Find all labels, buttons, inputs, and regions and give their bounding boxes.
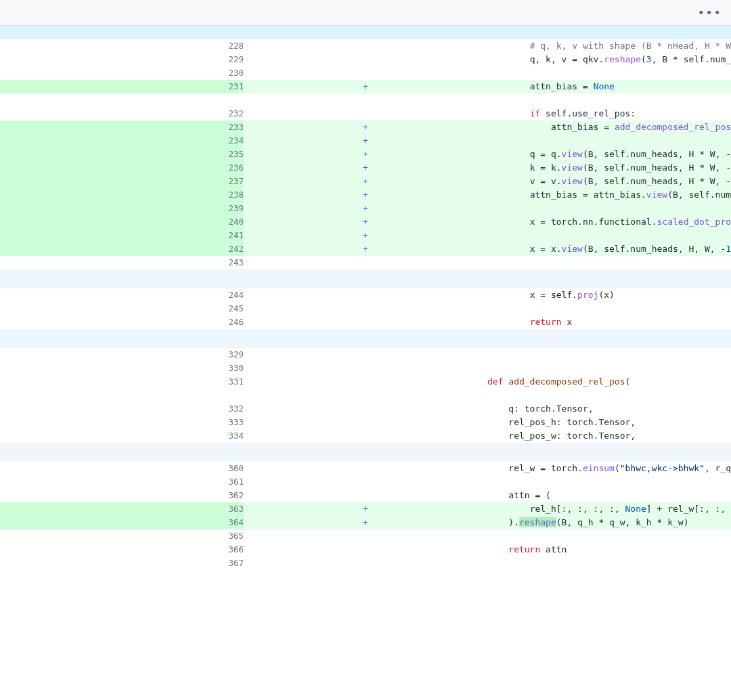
diff-line: 238+ attn_bias = attn_bias.view(B, self.… (0, 188, 731, 202)
diff-marker (244, 489, 487, 502)
line-number[interactable]: 234 (0, 134, 244, 148)
line-number[interactable]: 241 (0, 229, 244, 242)
code-content (487, 256, 731, 269)
diff-marker (244, 556, 487, 570)
diff-marker (244, 107, 487, 121)
line-number[interactable]: 360 (0, 462, 244, 475)
code-content: attn_bias = attn_bias.view(B, self.num_h… (487, 188, 731, 202)
diff-marker (244, 39, 487, 53)
diff-marker (244, 348, 487, 362)
code-content (487, 348, 731, 362)
diff-line: 365 (0, 529, 731, 543)
diff-line: 230 (0, 66, 731, 80)
diff-line: 245 (0, 302, 731, 315)
diff-table: 228 # q, k, v with shape (B * nHead, H *… (0, 26, 731, 570)
diff-container: ••• 228 # q, k, v with shape (B * nHead,… (0, 0, 731, 570)
diff-line: 239+ (0, 202, 731, 215)
diff-line: 363+ rel_h[:, :, :, :, None] + rel_w[:, … (0, 502, 731, 516)
line-number[interactable]: 231 (0, 80, 244, 93)
line-number[interactable]: 367 (0, 556, 244, 570)
diff-marker (244, 462, 487, 475)
diff-marker (244, 256, 487, 269)
diff-line: 332 q: torch.Tensor, (0, 402, 731, 416)
line-number[interactable]: 229 (0, 53, 244, 66)
code-content: attn_bias = None (487, 80, 731, 93)
code-content: attn = ( (487, 489, 731, 502)
diff-line: 360 rel_w = torch.einsum("bhwc,wkc->bhwk… (0, 462, 731, 475)
line-number[interactable]: 362 (0, 489, 244, 502)
line-number[interactable]: 238 (0, 188, 244, 202)
line-number[interactable]: 236 (0, 161, 244, 175)
line-number[interactable]: 361 (0, 475, 244, 489)
line-number[interactable]: 330 (0, 362, 244, 375)
diff-line: 231+ attn_bias = None (0, 80, 731, 93)
diff-line: 333 rel_pos_h: torch.Tensor, (0, 416, 731, 429)
diff-marker: + (244, 202, 487, 215)
line-number[interactable]: 245 (0, 302, 244, 315)
code-content: return x (487, 315, 731, 329)
code-content: rel_w = torch.einsum("bhwc,wkc->bhwk", r… (487, 462, 731, 475)
diff-marker: + (244, 516, 487, 529)
expand-hunk[interactable] (0, 269, 731, 288)
code-content: rel_pos_w: torch.Tensor, (487, 429, 731, 443)
diff-line: 233+ attn_bias = add_decomposed_rel_pos(… (0, 121, 731, 134)
file-header: ••• (0, 0, 731, 26)
line-number[interactable]: 366 (0, 543, 244, 556)
diff-marker (244, 475, 487, 489)
code-content: q, k, v = qkv.reshape(3, B * self.num_he… (487, 53, 731, 66)
code-content: attn_bias = add_decomposed_rel_pos(q, se… (487, 121, 731, 134)
line-number[interactable]: 233 (0, 121, 244, 134)
line-number[interactable]: 242 (0, 242, 244, 256)
line-number[interactable]: 331 (0, 375, 244, 389)
code-content (487, 134, 731, 148)
line-number[interactable]: 243 (0, 256, 244, 269)
hunk-header (0, 93, 731, 107)
diff-line: 240+ x = torch.nn.functional.scaled_dot_… (0, 215, 731, 229)
diff-marker: + (244, 215, 487, 229)
line-number[interactable]: 364 (0, 516, 244, 529)
line-number[interactable]: 240 (0, 215, 244, 229)
diff-line: 242+ x = x.view(B, self.num_heads, H, W,… (0, 242, 731, 256)
diff-line: 244 x = self.proj(x) (0, 288, 731, 302)
code-content: x = torch.nn.functional.scaled_dot_produ… (487, 215, 731, 229)
diff-line: 241+ (0, 229, 731, 242)
diff-line: 229 q, k, v = qkv.reshape(3, B * self.nu… (0, 53, 731, 66)
code-content (487, 302, 731, 315)
diff-line (0, 329, 731, 348)
line-number[interactable]: 363 (0, 502, 244, 516)
code-content: x = self.proj(x) (487, 288, 731, 302)
diff-line: 235+ q = q.view(B, self.num_heads, H * W… (0, 148, 731, 161)
diff-line: 361 (0, 475, 731, 489)
diff-line: 243 (0, 256, 731, 269)
line-number[interactable]: 329 (0, 348, 244, 362)
line-number[interactable]: 333 (0, 416, 244, 429)
line-number[interactable]: 228 (0, 39, 244, 53)
line-number[interactable]: 239 (0, 202, 244, 215)
line-number[interactable]: 246 (0, 315, 244, 329)
code-content: return attn (487, 543, 731, 556)
expand-hunk[interactable] (0, 443, 731, 462)
diff-marker (244, 362, 487, 375)
code-content (487, 202, 731, 215)
code-content (487, 362, 731, 375)
line-number[interactable]: 244 (0, 288, 244, 302)
diff-marker (244, 66, 487, 80)
code-content: def add_decomposed_rel_pos( (487, 375, 731, 389)
diff-marker (244, 288, 487, 302)
line-number[interactable]: 332 (0, 402, 244, 416)
line-number[interactable]: 365 (0, 529, 244, 543)
diff-line: 329 (0, 348, 731, 362)
line-number[interactable]: 237 (0, 175, 244, 188)
diff-line: 367 (0, 556, 731, 570)
expand-hunk[interactable] (0, 329, 731, 348)
diff-line: 330 (0, 362, 731, 375)
line-number[interactable]: 235 (0, 148, 244, 161)
code-content: ).reshape(B, q_h * q_w, k_h * k_w) (487, 516, 731, 529)
line-number[interactable]: 230 (0, 66, 244, 80)
code-content: k = k.view(B, self.num_heads, H * W, -1) (487, 161, 731, 175)
kebab-menu-icon[interactable]: ••• (697, 6, 722, 20)
line-number[interactable]: 334 (0, 429, 244, 443)
diff-marker (244, 402, 487, 416)
diff-line: 236+ k = k.view(B, self.num_heads, H * W… (0, 161, 731, 175)
line-number[interactable]: 232 (0, 107, 244, 121)
